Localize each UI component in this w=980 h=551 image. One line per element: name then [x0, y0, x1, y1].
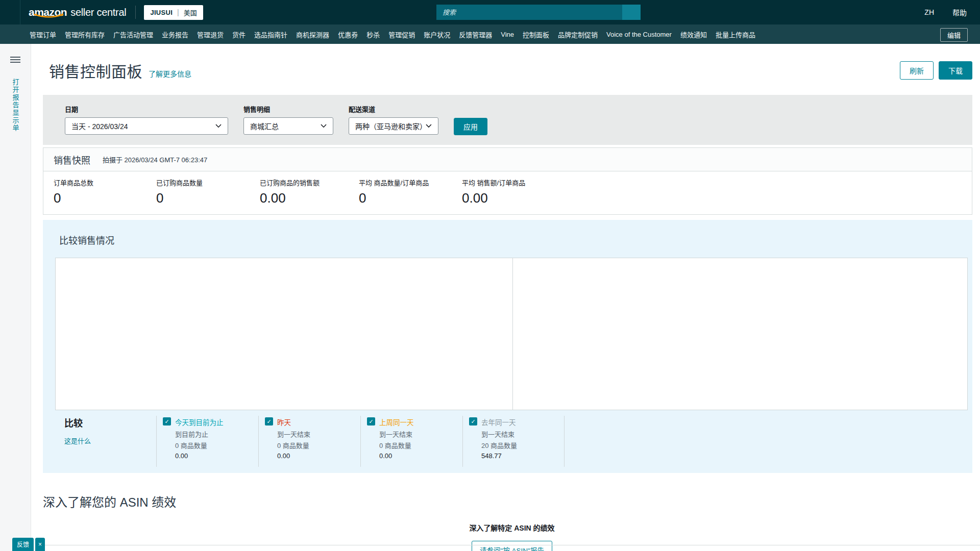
sales-chart-area: [55, 258, 968, 410]
filter-panel: 日期 当天 - 2026/03/24 销售明细 商城汇总 配送渠道 两种（亚马逊…: [43, 95, 972, 145]
feedback-button[interactable]: 反馈: [12, 538, 34, 551]
snapshot-stats-row: 订单商品总数 0 已订购商品数量 0 已订购商品的销售额 0.00 平均 商品数…: [43, 171, 972, 214]
language-switcher[interactable]: ZH: [924, 8, 934, 16]
check-icon: ✓: [266, 418, 271, 424]
nav-item-opportunity-explorer[interactable]: 商机探测器: [296, 30, 329, 39]
main-nav-bar: 管理订单 管理所有库存 广告活动管理 业务报告 管理退货 货件 选品指南针 商机…: [0, 24, 980, 44]
marketplace-name: 美国: [184, 8, 197, 17]
account-name: JIUSUI: [150, 9, 173, 16]
check-icon: ✓: [164, 418, 169, 424]
chart-panel-divider: [512, 258, 513, 410]
compare-sales-panel: 比较销售情况 比较 这是什么 ✓ 今天到目前为止 到目前为止 0 商品数量 0.…: [43, 220, 972, 473]
compare-head: 比较 这是什么: [55, 416, 156, 467]
nav-item-manage-orders[interactable]: 管理订单: [30, 30, 56, 39]
amazon-smile-icon: [33, 13, 65, 19]
chevron-down-icon: [426, 124, 432, 128]
nav-item-campaign-manager[interactable]: 广告活动管理: [113, 30, 153, 39]
amazon-logo[interactable]: amazon seller central: [29, 6, 126, 18]
refresh-button[interactable]: 刷新: [900, 61, 934, 80]
date-filter-label: 日期: [65, 104, 228, 114]
fulfillment-channel-select[interactable]: 两种（亚马逊和卖家）: [349, 117, 438, 135]
snapshot-header: 销售快照 拍摄于 2026/03/24 GMT-7 06:23:47: [43, 148, 972, 171]
chevron-down-icon: [321, 124, 327, 128]
asin-report-block: 深入了解特定 ASIN 的绩效 请参阅"按 ASIN"报告: [453, 522, 571, 551]
title-row: 销售控制面板 了解更多信息 刷新 下载: [31, 44, 980, 82]
help-link[interactable]: 帮助: [952, 7, 967, 17]
nav-item-account-health[interactable]: 账户状况: [424, 30, 450, 39]
nav-item-bulk-upload[interactable]: 批量上传商品: [716, 30, 755, 39]
header-right-links: ZH 帮助: [924, 7, 980, 17]
top-header-bar: amazon seller central JIUSUI | 美国 ZH 帮助: [0, 0, 980, 24]
nav-item-product-opportunity[interactable]: 选品指南针: [254, 30, 287, 39]
nav-item-deals[interactable]: 秒杀: [366, 30, 380, 39]
series-same-day-last-week: ✓ 上周同一天 到一天结束 0 商品数量 0.00: [360, 416, 462, 467]
sales-breakdown-label: 销售明细: [243, 104, 333, 114]
account-switcher[interactable]: JIUSUI | 美国: [144, 5, 203, 20]
learn-more-link[interactable]: 了解更多信息: [149, 68, 191, 79]
date-select-value: 当天 - 2026/03/24: [71, 121, 128, 131]
nav-item-performance-notifications[interactable]: 绩效通知: [680, 30, 707, 39]
fulfillment-channel-label: 配送渠道: [349, 104, 438, 114]
seller-central-logo-text: seller central: [70, 7, 126, 18]
stat-units-ordered: 已订购商品数量 0: [156, 178, 260, 206]
left-sidebar: 打开报告显示单: [0, 44, 31, 551]
date-select[interactable]: 当天 - 2026/03/24: [65, 117, 228, 135]
footer-divider: [45, 545, 980, 545]
global-search: [436, 5, 641, 20]
asin-subheading: 深入了解特定 ASIN 的绩效: [453, 522, 571, 533]
sales-breakdown-filter: 销售明细 商城汇总: [243, 104, 333, 135]
stat-avg-sales-per-order: 平均 销售额/订单商品 0.00: [462, 178, 525, 206]
search-input[interactable]: [436, 5, 622, 20]
nav-item-manage-returns[interactable]: 管理退货: [197, 30, 224, 39]
yesterday-checkbox[interactable]: ✓: [265, 417, 273, 425]
snapshot-title: 销售快照: [54, 153, 90, 166]
sales-breakdown-select[interactable]: 商城汇总: [243, 117, 333, 135]
stat-avg-units-per-order: 平均 商品数量/订单商品 0: [359, 178, 462, 206]
nav-item-manage-inventory[interactable]: 管理所有库存: [65, 30, 105, 39]
stat-ordered-product-sales: 已订购商品的销售额 0.00: [260, 178, 359, 206]
feedback-widget: 反馈 ×: [12, 538, 45, 551]
nav-item-vine[interactable]: Vine: [501, 31, 514, 38]
nav-item-coupons[interactable]: 优惠券: [338, 30, 358, 39]
nav-edit-button[interactable]: 编辑: [940, 28, 968, 42]
today-checkbox[interactable]: ✓: [163, 417, 171, 425]
feedback-close-button[interactable]: ×: [35, 538, 45, 551]
compare-label: 比较: [64, 416, 156, 429]
nav-item-business-reports[interactable]: 业务报告: [162, 30, 188, 39]
stat-total-order-items: 订单商品总数 0: [54, 178, 156, 206]
what-is-this-link[interactable]: 这是什么: [64, 436, 156, 445]
nav-item-feedback-manager[interactable]: 反馈管理器: [459, 30, 492, 39]
compare-panel-title: 比较销售情况: [59, 233, 114, 246]
sales-snapshot-section: 销售快照 拍摄于 2026/03/24 GMT-7 06:23:47 订单商品总…: [43, 147, 972, 215]
last-week-checkbox[interactable]: ✓: [367, 417, 375, 425]
open-report-flyout-tab[interactable]: 打开报告显示单: [11, 79, 20, 132]
nav-item-dashboard[interactable]: 控制面板: [523, 30, 549, 39]
sales-breakdown-value: 商城汇总: [250, 121, 279, 131]
nav-item-shipments[interactable]: 货件: [232, 30, 246, 39]
download-button[interactable]: 下载: [939, 61, 972, 80]
nav-item-voice-of-the-customer[interactable]: Voice of the Customer: [606, 31, 672, 38]
hamburger-menu-icon[interactable]: [10, 55, 20, 64]
check-icon: ✓: [369, 418, 373, 424]
nav-item-brand-tailored-promotions[interactable]: 品牌定制促销: [558, 30, 598, 39]
nav-item-manage-promotions[interactable]: 管理促销: [388, 30, 415, 39]
by-asin-report-button[interactable]: 请参阅"按 ASIN"报告: [472, 541, 552, 551]
compare-legend-row: 比较 这是什么 ✓ 今天到目前为止 到目前为止 0 商品数量 0.00 ✓ 昨天: [55, 416, 565, 467]
fulfillment-channel-filter: 配送渠道 两种（亚马逊和卖家）: [349, 104, 438, 135]
last-year-checkbox[interactable]: ✓: [469, 417, 477, 425]
page-title: 销售控制面板: [49, 59, 142, 82]
series-yesterday: ✓ 昨天 到一天结束 0 商品数量 0.00: [258, 416, 360, 467]
header-corner-zone: [0, 0, 20, 24]
main-content: 销售控制面板 了解更多信息 刷新 下载 日期 当天 - 2026/03/24 销…: [31, 44, 980, 551]
series-today: ✓ 今天到目前为止 到目前为止 0 商品数量 0.00: [156, 416, 258, 467]
search-button[interactable]: [622, 5, 641, 20]
close-icon: ×: [38, 541, 42, 548]
snapshot-timestamp: 拍摄于 2026/03/24 GMT-7 06:23:47: [103, 155, 207, 164]
header-divider: [135, 6, 136, 19]
chevron-down-icon: [215, 124, 222, 128]
apply-button[interactable]: 应用: [454, 118, 487, 135]
asin-section-heading: 深入了解您的 ASIN 绩效: [43, 492, 980, 510]
fulfillment-channel-value: 两种（亚马逊和卖家）: [355, 121, 426, 131]
account-separator: |: [177, 8, 179, 16]
title-actions: 刷新 下载: [900, 61, 972, 80]
